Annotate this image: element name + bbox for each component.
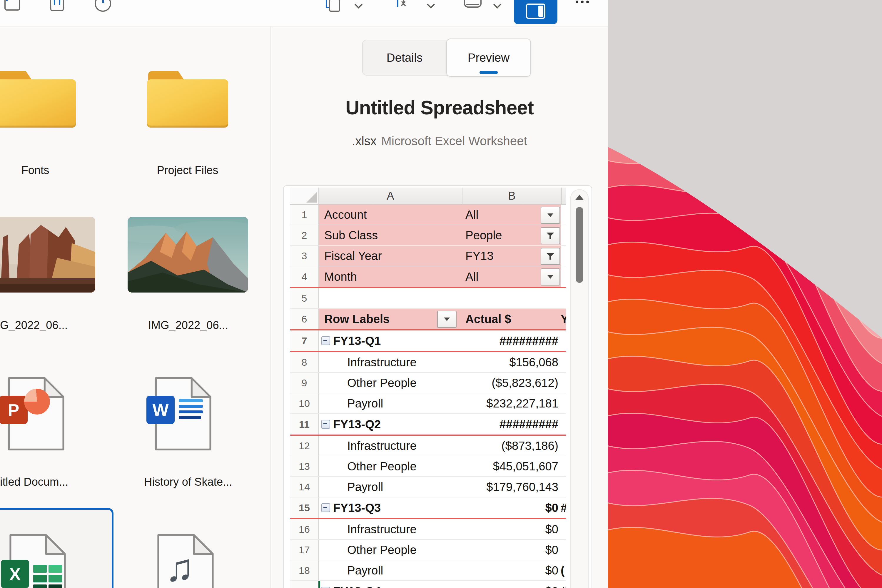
row-number: 10 xyxy=(290,393,319,413)
value-cell: $0 xyxy=(462,560,561,580)
row-label-cell: Other People xyxy=(319,540,462,560)
file-grid: Fonts Project Files xyxy=(0,27,270,588)
filter-dropdown-button xyxy=(541,248,560,265)
preview-pane-icon xyxy=(526,3,545,19)
file-label: Fonts xyxy=(0,164,94,177)
view-icon[interactable] xyxy=(464,0,482,8)
empty-row: 5 xyxy=(290,288,566,309)
filter-dropdown-button xyxy=(541,207,560,224)
row-label-cell: FY13-Q2 xyxy=(319,414,462,435)
word-file-icon: W xyxy=(153,376,213,451)
row-number: 18 xyxy=(290,560,319,580)
audio-file-icon: ♫ xyxy=(155,533,216,588)
filter-dropdown-button xyxy=(541,227,560,244)
value-cell: ######### xyxy=(462,330,561,351)
funnel-filter-icon xyxy=(546,232,554,239)
chevron-down-icon xyxy=(548,213,553,217)
tab-preview[interactable]: Preview xyxy=(446,39,531,77)
explorer-toolbar xyxy=(0,0,608,27)
music-note-icon: ♫ xyxy=(165,546,194,588)
delete-icon[interactable] xyxy=(50,0,64,12)
row-number: 1 xyxy=(290,205,319,225)
spreadsheet-preview: A B 1 Account All xyxy=(283,185,592,588)
powerpoint-file-icon: P xyxy=(6,376,66,451)
collapse-minus-icon xyxy=(321,587,330,588)
value-cell: $156,068 xyxy=(462,352,561,372)
row-number: 11 xyxy=(290,414,319,435)
row-number: 3 xyxy=(290,246,319,266)
filter-row: 1 Account All xyxy=(290,205,566,225)
row-number: 4 xyxy=(290,266,319,287)
scroll-up-arrow-icon[interactable] xyxy=(575,195,584,200)
file-label: G_2022_06... xyxy=(0,319,68,332)
file-label: IMG_2022_06... xyxy=(129,319,247,332)
preview-scrollbar[interactable] xyxy=(570,189,589,588)
row-number: 9 xyxy=(290,373,319,393)
scrollbar-thumb[interactable] xyxy=(576,207,583,283)
row-label-cell: FY13-Q1 xyxy=(319,330,462,351)
details-preview-tabs: Details Preview xyxy=(362,40,530,75)
pivot-data-row: 12 Infrastructure ($873,186) xyxy=(290,436,566,456)
chevron-down-icon[interactable] xyxy=(494,1,501,9)
sort-icon[interactable] xyxy=(397,0,412,10)
photo-thumbnail xyxy=(128,217,248,292)
tab-details[interactable]: Details xyxy=(363,40,446,75)
info-icon[interactable] xyxy=(94,0,111,12)
row-label-cell: Payroll xyxy=(319,560,462,580)
file-label: itled Docum... xyxy=(0,476,68,488)
filter-row: 2 Sub Class People xyxy=(290,225,566,246)
pivot-data-row: 13 Other People $45,051,607 xyxy=(290,456,566,477)
funnel-filter-icon xyxy=(546,253,554,260)
value-cell: $0 xyxy=(462,519,561,539)
collapse-minus-icon xyxy=(321,336,330,345)
file-label: Project Files xyxy=(129,164,246,177)
column-header: A xyxy=(319,188,462,204)
pivot-header-row: 6 Row Labels Actual $ Y xyxy=(290,309,566,330)
folder-icon xyxy=(147,71,228,128)
pivot-data-row: 7 FY13-Q1 ######### xyxy=(290,330,566,352)
file-label: History of Skate... xyxy=(129,476,247,488)
preview-pane-toggle[interactable] xyxy=(514,0,557,24)
spreadsheet-grid: A B 1 Account All xyxy=(290,188,566,588)
more-options-icon[interactable] xyxy=(576,1,589,3)
folder-icon xyxy=(0,71,76,128)
value-cell: $0 xyxy=(462,498,561,518)
value-cell: $0 xyxy=(462,581,561,588)
row-label-cell: Payroll xyxy=(319,393,462,413)
filter-field-cell: Account xyxy=(319,205,462,225)
pivot-data-row: 8 Infrastructure $156,068 xyxy=(290,352,566,373)
row-label-cell: FY13-Q4 xyxy=(319,581,462,588)
row-label-cell: Infrastructure xyxy=(319,352,462,372)
row-label-cell: FY13-Q3 xyxy=(319,498,462,518)
chevron-down-icon xyxy=(548,275,553,279)
file-type-name: Microsoft Excel Worksheet xyxy=(381,134,527,148)
preview-pane: Details Preview Untitled Spreadsheet .xl… xyxy=(271,26,608,588)
share-icon[interactable] xyxy=(4,0,20,10)
pivot-data-row: 18 Payroll $0 ( xyxy=(290,560,566,581)
value-cell: ($5,823,612) xyxy=(462,373,561,393)
row-number: 17 xyxy=(290,540,319,560)
photo-thumbnail xyxy=(0,217,95,292)
value-cell: $0 xyxy=(462,540,561,560)
pivot-data-row: 9 Other People ($5,823,612) xyxy=(290,373,566,393)
file-type-line: .xlsxMicrosoft Excel Worksheet xyxy=(271,134,608,148)
row-number: 8 xyxy=(290,352,319,372)
chevron-down-icon[interactable] xyxy=(427,1,435,9)
row-label-cell: Other People xyxy=(319,456,462,476)
chevron-down-icon[interactable] xyxy=(355,1,363,9)
value-cell: ######### xyxy=(462,414,561,435)
row-label-cell: Other People xyxy=(319,373,462,393)
copy-icon[interactable] xyxy=(326,0,341,12)
file-title: Untitled Spreadsheet xyxy=(271,96,608,119)
pivot-data-row: 11 FY13-Q2 ######### xyxy=(290,414,566,436)
row-number: 15 xyxy=(290,498,319,518)
value-cell: $232,227,181 xyxy=(462,393,561,413)
row-number: 12 xyxy=(290,436,319,456)
column-header: B xyxy=(462,188,562,204)
pivot-data-row: 10 Payroll $232,227,181 xyxy=(290,393,566,414)
filter-field-cell: Fiscal Year xyxy=(319,246,462,266)
pivot-data-row: 17 Other People $0 xyxy=(290,540,566,560)
row-label-cell: Infrastructure xyxy=(319,436,462,456)
value-cell: ($873,186) xyxy=(462,436,561,456)
row-number: 16 xyxy=(290,519,319,539)
